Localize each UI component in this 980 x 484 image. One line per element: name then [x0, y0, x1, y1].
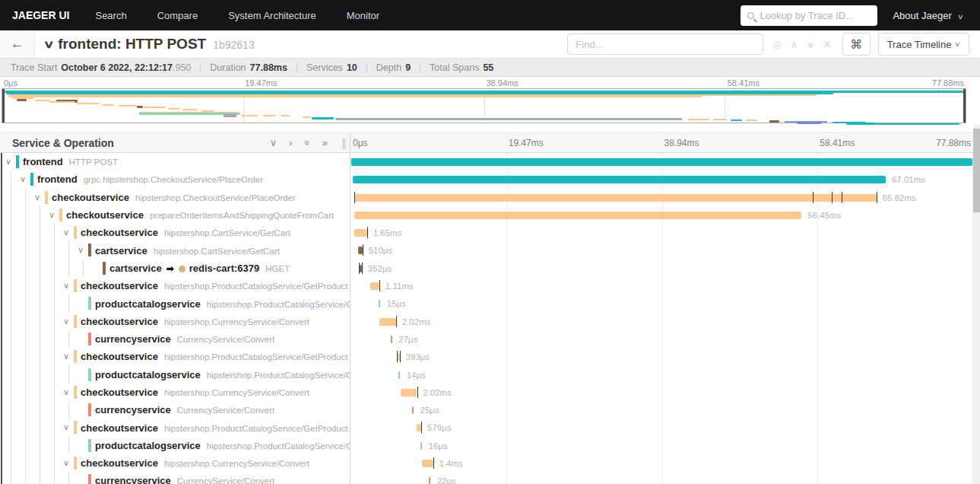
span-bar-row[interactable]: 2.02ms	[350, 384, 973, 401]
expand-one-icon[interactable]: ›	[289, 137, 292, 148]
span-bar-row[interactable]: 22μs	[350, 472, 973, 484]
span-bar[interactable]	[354, 229, 367, 237]
span-bar[interactable]	[351, 158, 972, 166]
span-row-checkoutservice[interactable]: ∨checkoutservicehipstershop.CurrencyServ…	[0, 313, 350, 330]
span-row-frontend[interactable]: ∨frontendHTTP POST	[0, 153, 350, 170]
span-bar-row[interactable]: 67.01ms	[350, 170, 973, 188]
chevron-down-icon[interactable]: ∨	[62, 281, 71, 291]
nav-item-system-architecture[interactable]: System Architecture	[228, 10, 316, 21]
span-bar-row[interactable]: 1.65ms	[350, 224, 973, 241]
span-bar[interactable]	[379, 318, 395, 326]
span-bar-row[interactable]: 393μs	[350, 348, 973, 365]
nav-item-search[interactable]: Search	[95, 10, 126, 21]
keyboard-shortcuts-button[interactable]: ⌘	[842, 33, 871, 56]
span-bar-row[interactable]: 1.4ms	[350, 454, 973, 472]
span-bar-row[interactable]: 510μs	[350, 241, 973, 259]
tree-guide-line	[11, 241, 11, 259]
prev-match-icon[interactable]: ∧	[786, 39, 803, 50]
span-bar[interactable]	[358, 247, 362, 254]
span-bar[interactable]	[412, 406, 414, 414]
span-bar-row[interactable]	[350, 153, 973, 170]
span-bar[interactable]	[379, 300, 380, 307]
trace-id-input[interactable]	[760, 10, 871, 21]
span-row-cartservice[interactable]: ∨cartservicehipstershop.CartService/GetC…	[0, 241, 350, 259]
chevron-down-icon[interactable]: ∨	[62, 228, 71, 237]
expand-all-icon[interactable]: »	[322, 137, 328, 148]
span-bar-row[interactable]: 27μs	[350, 330, 973, 348]
span-bar[interactable]	[354, 212, 802, 219]
clear-find-icon[interactable]: ✕	[819, 39, 836, 50]
span-bar[interactable]	[417, 424, 421, 431]
span-bar[interactable]	[370, 282, 379, 290]
span-row-checkoutservice[interactable]: ∨checkoutservicehipstershop.CheckoutServ…	[0, 189, 350, 206]
chevron-down-icon[interactable]: ∨	[76, 245, 85, 255]
span-row-currencyservice[interactable]: currencyserviceCurrencyService/Convert	[0, 472, 350, 484]
span-row-checkoutservice[interactable]: ∨checkoutservicehipstershop.ProductCatal…	[0, 348, 350, 365]
span-bar[interactable]	[353, 176, 886, 183]
chevron-down-icon[interactable]: ∨	[62, 458, 71, 468]
service-color-block	[74, 226, 77, 239]
span-bar-row[interactable]: 65.82ms	[350, 189, 973, 206]
chevron-down-icon[interactable]: ∨	[47, 210, 56, 220]
span-row-cartservice[interactable]: cartservice➡redis-cart:6379HGET	[0, 260, 350, 277]
span-row-currencyservice[interactable]: currencyserviceCurrencyService/Convert	[0, 401, 350, 419]
span-bar-row[interactable]: 352μs	[350, 260, 973, 277]
span-bar[interactable]	[391, 336, 392, 343]
tree-guide-line	[54, 472, 55, 484]
span-bar-row[interactable]: 579μs	[350, 419, 973, 436]
column-resize-handle[interactable]: ∥	[341, 137, 347, 149]
nav-item-compare[interactable]: Compare	[157, 10, 198, 21]
about-jaeger-menu[interactable]: About Jaeger ∨	[893, 10, 963, 21]
span-bar[interactable]	[398, 371, 400, 379]
span-row-checkoutservice[interactable]: ∨checkoutservicehipstershop.ProductCatal…	[0, 419, 350, 436]
nav-item-monitor[interactable]: Monitor	[347, 10, 379, 21]
chevron-down-icon[interactable]: ∨	[62, 387, 71, 397]
span-row-checkoutservice[interactable]: ∨checkoutservicehipstershop.CurrencyServ…	[0, 454, 350, 472]
span-row-productcatalogservice[interactable]: productcatalogservicehipstershop.Product…	[0, 295, 350, 312]
span-bar-row[interactable]: 2.02ms	[350, 313, 973, 330]
collapse-one-icon[interactable]: ∨	[270, 137, 278, 148]
span-row-checkoutservice[interactable]: ∨checkoutserviceprepareOrderItemsAndShip…	[0, 206, 350, 224]
service-name: frontend	[37, 174, 78, 185]
operation-name: CurrencyService/Convert	[177, 406, 274, 415]
minimap-right-handle[interactable]	[963, 89, 966, 123]
collapse-trace-header-icon[interactable]: ∨	[43, 38, 54, 50]
trace-minimap[interactable]	[2, 88, 966, 123]
span-bar[interactable]	[422, 460, 433, 467]
back-button[interactable]: ←	[0, 30, 35, 58]
trace-id-search[interactable]	[741, 5, 877, 26]
collapse-all-icon[interactable]: »	[302, 140, 313, 145]
span-bar-row[interactable]: 1.11ms	[350, 277, 973, 295]
chevron-down-icon[interactable]: ∨	[62, 317, 71, 326]
span-bar[interactable]	[354, 194, 877, 202]
scrollbar-thumb[interactable]	[973, 129, 980, 212]
chevron-down-icon[interactable]: ∨	[62, 352, 71, 361]
vertical-scrollbar[interactable]	[973, 125, 980, 484]
span-bar[interactable]	[401, 389, 417, 396]
chevron-down-icon[interactable]: ∨	[33, 193, 42, 202]
chevron-down-icon[interactable]: ∨	[62, 422, 71, 432]
span-bar[interactable]	[429, 477, 430, 484]
span-duration-label: 1.4ms	[439, 459, 463, 468]
app-logo[interactable]: JAEGER UI	[12, 9, 69, 21]
span-row-checkoutservice[interactable]: ∨checkoutservicehipstershop.CurrencyServ…	[0, 384, 350, 401]
span-bar-row[interactable]: 25μs	[350, 401, 973, 419]
span-bar[interactable]	[420, 442, 422, 450]
span-row-productcatalogservice[interactable]: productcatalogservicehipstershop.Product…	[0, 366, 350, 384]
span-bar-row[interactable]: 14μs	[350, 366, 973, 384]
span-row-currencyservice[interactable]: currencyserviceCurrencyService/Convert	[0, 330, 350, 348]
next-match-icon[interactable]: ∨	[802, 39, 819, 50]
span-bar-row[interactable]: 16μs	[350, 437, 973, 454]
chevron-down-icon[interactable]: ∨	[18, 174, 27, 184]
locate-match-icon[interactable]: ◎	[768, 39, 785, 50]
chevron-down-icon[interactable]: ∨	[4, 157, 13, 167]
span-row-frontend[interactable]: ∨frontendgrpc.hipstershop.CheckoutServic…	[0, 170, 350, 188]
find-input[interactable]	[567, 33, 763, 55]
minimap-left-handle[interactable]	[2, 89, 5, 123]
span-bar-row[interactable]: 15μs	[350, 295, 973, 312]
span-row-productcatalogservice[interactable]: productcatalogservicehipstershop.Product…	[0, 437, 350, 454]
span-bar-row[interactable]: 56.45ms	[350, 206, 973, 224]
span-row-checkoutservice[interactable]: ∨checkoutservicehipstershop.ProductCatal…	[0, 277, 350, 295]
span-row-checkoutservice[interactable]: ∨checkoutservicehipstershop.CartService/…	[0, 224, 350, 241]
trace-view-selector[interactable]: Trace Timeline ∨	[878, 33, 969, 56]
